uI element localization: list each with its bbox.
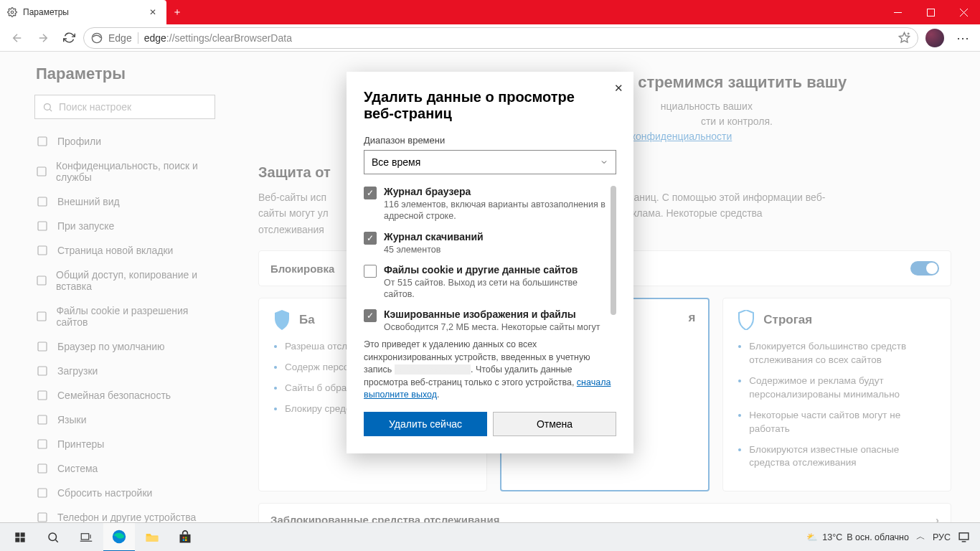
svg-rect-41 (185, 539, 187, 541)
tray-chevron-icon[interactable]: ︿ (916, 531, 925, 543)
clear-item-title: Файлы cookie и другие данные сайтов (384, 264, 609, 276)
svg-rect-28 (15, 537, 19, 542)
svg-line-31 (55, 540, 57, 542)
minimize-button[interactable] (881, 0, 914, 24)
edge-taskbar-icon[interactable] (103, 523, 135, 552)
tab-title: Параметры (23, 7, 69, 17)
new-tab-button[interactable]: ＋ (166, 0, 188, 24)
back-button[interactable] (6, 27, 29, 50)
address-url: edge://settings/clearBrowserData (144, 32, 292, 44)
dialog-title: Удалить данные о просмотре веб-страниц (364, 89, 593, 122)
language-indicator[interactable]: РУС (933, 532, 951, 542)
checkbox-icon[interactable]: ✓ (364, 232, 377, 245)
clear-data-item[interactable]: ✓Журнал скачиваний45 элементов (364, 231, 609, 255)
weather-widget[interactable]: ⛅ 13°C В осн. облачно (806, 532, 909, 542)
svg-rect-36 (146, 536, 159, 542)
svg-rect-40 (183, 539, 184, 541)
clear-data-item[interactable]: ✓Кэшированные изображения и файлыОсвобод… (364, 309, 609, 333)
forward-button[interactable] (32, 27, 55, 50)
svg-rect-2 (927, 9, 934, 16)
clear-data-item[interactable]: Файлы cookie и другие данные сайтовОт 51… (364, 264, 609, 301)
checkbox-icon[interactable]: ✓ (364, 187, 377, 199)
clear-item-title: Кэшированные изображения и файлы (384, 309, 600, 320)
browser-tab[interactable]: Параметры ✕ (0, 0, 166, 24)
refresh-button[interactable] (57, 27, 80, 50)
svg-point-0 (11, 11, 14, 14)
time-range-select[interactable]: Все время (364, 150, 616, 174)
svg-rect-38 (183, 537, 184, 539)
notifications-icon[interactable] (958, 531, 970, 543)
clear-item-desc: 116 элементов, включая варианты автозапо… (384, 199, 609, 222)
address-bar[interactable]: Edge edge://settings/clearBrowserData (83, 27, 918, 49)
clear-item-title: Журнал скачиваний (384, 231, 484, 242)
svg-rect-42 (959, 533, 969, 540)
checkbox-icon[interactable]: ✓ (364, 309, 377, 322)
edge-logo-icon (91, 32, 103, 44)
clear-data-dialog: ✕ Удалить данные о просмотре веб-страниц… (347, 72, 633, 453)
dialog-note: Это приведет к удалению данных со всех с… (364, 339, 616, 402)
checkbox-icon[interactable] (364, 265, 377, 278)
explorer-taskbar-icon[interactable] (136, 523, 168, 552)
clear-item-desc: От 515 сайтов. Выход из сети на большинс… (384, 277, 609, 301)
taskview-button[interactable] (70, 523, 102, 552)
svg-rect-32 (81, 533, 89, 539)
maximize-button[interactable] (914, 0, 947, 24)
more-menu-button[interactable]: ⋯ (951, 30, 974, 46)
profile-avatar[interactable] (925, 29, 944, 47)
close-window-button[interactable] (947, 0, 980, 24)
clear-now-button[interactable]: Удалить сейчас (364, 412, 487, 436)
search-button[interactable] (37, 523, 69, 552)
gear-icon (7, 7, 17, 17)
weather-icon: ⛅ (806, 532, 818, 542)
clear-data-item[interactable]: ✓Журнал браузера116 элементов, включая в… (364, 186, 609, 222)
time-range-label: Диапазон времени (364, 135, 616, 146)
toolbar: Edge edge://settings/clearBrowserData ⋯ (0, 24, 980, 52)
address-label: Edge (108, 32, 138, 44)
start-button[interactable] (4, 523, 36, 552)
dialog-close-button[interactable]: ✕ (614, 82, 623, 95)
svg-rect-27 (21, 532, 25, 537)
svg-rect-26 (15, 532, 19, 537)
svg-rect-39 (185, 537, 187, 539)
titlebar: Параметры ✕ ＋ (0, 0, 980, 24)
clear-item-desc: Освободится 7,2 МБ места. Некоторые сайт… (384, 321, 600, 333)
chevron-down-icon (600, 158, 608, 166)
svg-point-30 (49, 533, 57, 541)
store-taskbar-icon[interactable] (169, 523, 201, 552)
favorite-icon[interactable] (898, 32, 910, 44)
cancel-button[interactable]: Отмена (493, 412, 616, 436)
close-tab-icon[interactable]: ✕ (146, 6, 159, 19)
svg-rect-29 (21, 537, 25, 542)
taskbar: ⛅ 13°C В осн. облачно ︿ РУС (0, 522, 980, 551)
clear-item-desc: 45 элементов (384, 244, 484, 255)
clear-item-title: Журнал браузера (384, 186, 609, 197)
